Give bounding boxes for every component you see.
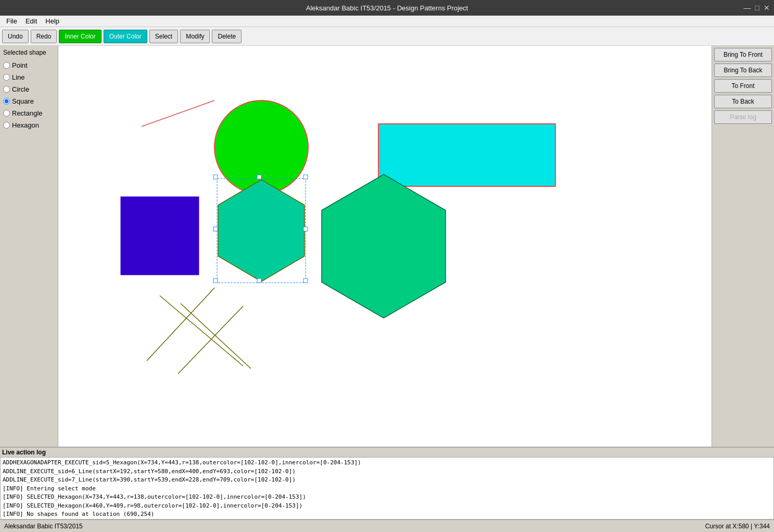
inner-color-button[interactable]: Inner Color: [59, 30, 101, 43]
log-line: [INFO] SELECTED_Hexagon(X=460,Y=409,r=98…: [3, 519, 771, 520]
maximize-button[interactable]: □: [755, 4, 759, 12]
to-front-button[interactable]: To Front: [714, 79, 772, 93]
handle-bm: [257, 278, 261, 283]
canvas-area[interactable]: [58, 46, 712, 447]
modify-button[interactable]: Modify: [180, 30, 210, 43]
shape-option-rectangle[interactable]: Rectangle: [0, 107, 58, 119]
log-line: [INFO] Entering select mode: [3, 485, 771, 493]
main-layout: Selected shape Point Line Circle Square …: [0, 46, 774, 447]
status-left: Aleksandar Babic IT53/2015: [4, 523, 83, 530]
statusbar: Aleksandar Babic IT53/2015 Cursor at X:5…: [0, 520, 774, 532]
right-panel: Bring To Front Bring To Back To Front To…: [712, 46, 774, 447]
line-shape-2a[interactable]: [160, 296, 243, 366]
log-line: [INFO] SELECTED_Hexagon(X=734,Y=443,r=13…: [3, 493, 771, 502]
handle-tl: [213, 175, 218, 179]
delete-button[interactable]: Delete: [212, 30, 242, 43]
shape-label-hexagon: Hexagon: [12, 121, 39, 129]
handle-tm: [257, 175, 261, 179]
shape-label-line: Line: [12, 73, 25, 81]
handle-tr: [303, 175, 308, 179]
shape-option-circle[interactable]: Circle: [0, 83, 58, 95]
log-area: Live action log ADDHEXAGONADAPTER_EXECUT…: [0, 447, 774, 520]
shape-label-circle: Circle: [12, 85, 29, 93]
handle-ml: [213, 227, 218, 231]
selected-shape-label: Selected shape: [0, 48, 58, 59]
bring-to-back-button[interactable]: Bring To Back: [714, 64, 772, 77]
handle-mr: [303, 227, 308, 231]
minimize-button[interactable]: —: [744, 4, 751, 12]
line-shape-3b[interactable]: [181, 303, 251, 369]
toolbar: Undo Redo Inner Color Outer Color Select…: [0, 27, 774, 46]
undo-button[interactable]: Undo: [2, 30, 29, 43]
line-shape-2b[interactable]: [147, 288, 214, 361]
shape-label-rectangle: Rectangle: [12, 109, 43, 117]
shape-label-square: Square: [12, 97, 34, 105]
square-shape[interactable]: [121, 197, 199, 275]
shape-option-point[interactable]: Point: [0, 59, 58, 71]
log-line: [INFO] No shapes found at location (690,…: [3, 510, 771, 519]
rectangle-shape[interactable]: [378, 124, 555, 186]
log-line: ADDLINE_EXECUTE_sid=7_Line(startX=390,st…: [3, 476, 771, 485]
redo-button[interactable]: Redo: [31, 30, 57, 43]
status-right: Cursor at X:580 | Y:344: [705, 523, 770, 530]
hexagon-small-selected[interactable]: [218, 180, 304, 282]
log-label: Live action log: [0, 448, 774, 457]
close-button[interactable]: ✕: [764, 4, 770, 12]
parse-log-button[interactable]: Parse log: [714, 110, 772, 124]
window-controls[interactable]: — □ ✕: [744, 4, 770, 12]
bring-to-front-button[interactable]: Bring To Front: [714, 48, 772, 61]
to-back-button[interactable]: To Back: [714, 95, 772, 108]
handle-bl: [213, 278, 218, 283]
window-title: Aleksandar Babic IT53/2015 - Design Patt…: [306, 4, 468, 12]
menu-file[interactable]: File: [2, 16, 21, 26]
shape-label-point: Point: [12, 61, 28, 69]
menu-edit[interactable]: Edit: [21, 16, 41, 26]
canvas-svg: [58, 46, 712, 447]
shape-option-line[interactable]: Line: [0, 71, 58, 83]
log-line: ADDLINE_EXECUTE_sid=6_Line(startX=192,st…: [3, 467, 771, 476]
titlebar: Aleksandar Babic IT53/2015 - Design Patt…: [0, 0, 774, 16]
handle-br: [303, 278, 308, 283]
menu-help[interactable]: Help: [41, 16, 64, 26]
shape-option-hexagon[interactable]: Hexagon: [0, 119, 58, 131]
line-shape-1[interactable]: [142, 100, 214, 126]
hexagon-large[interactable]: [322, 174, 446, 318]
select-button[interactable]: Select: [149, 30, 178, 43]
menubar: File Edit Help: [0, 16, 774, 27]
log-line: [INFO] SELECTED_Hexagon(X=460,Y=409,r=98…: [3, 502, 771, 511]
left-panel: Selected shape Point Line Circle Square …: [0, 46, 58, 447]
log-line: ADDHEXAGONADAPTER_EXECUTE_sid=5_Hexagon(…: [3, 459, 771, 467]
log-content[interactable]: ADDHEXAGONADAPTER_EXECUTE_sid=5_Hexagon(…: [0, 457, 774, 520]
outer-color-button[interactable]: Outer Color: [104, 30, 147, 43]
shape-option-square[interactable]: Square: [0, 95, 58, 107]
